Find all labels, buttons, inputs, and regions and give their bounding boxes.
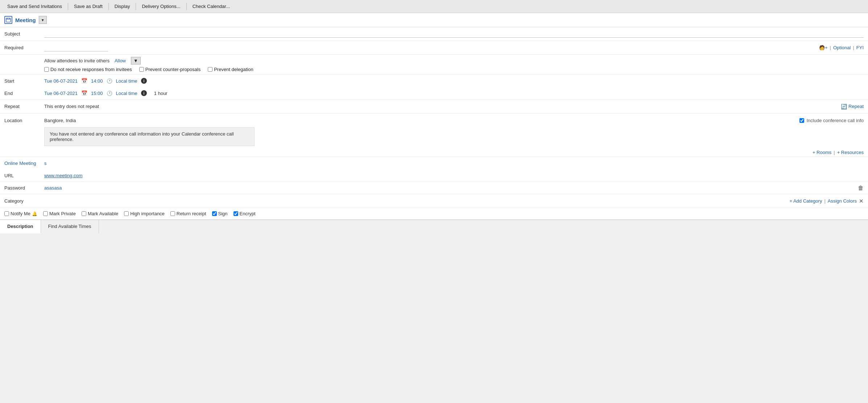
assign-colors-link[interactable]: Assign Colors [828, 198, 857, 204]
allow-link[interactable]: Allow [115, 58, 126, 63]
start-time-link[interactable]: 14:00 [91, 78, 103, 84]
end-time-link[interactable]: 15:00 [91, 91, 103, 96]
save-as-draft-button[interactable]: Save as Draft [71, 2, 106, 11]
separator2: | [853, 45, 854, 50]
end-timezone-link[interactable]: Local time [116, 91, 137, 96]
end-info-icon[interactable]: i [141, 90, 147, 96]
find-available-times-tab[interactable]: Find Available Times [41, 220, 99, 233]
duration-text: 1 hour [154, 91, 168, 96]
start-timezone-link[interactable]: Local time [116, 78, 137, 84]
subject-content [44, 30, 864, 38]
prevent-counter-checkbox[interactable] [139, 67, 144, 72]
delivery-options-button[interactable]: Delivery Options... [139, 2, 183, 11]
prevent-counter-label: Prevent counter-proposals [145, 67, 201, 72]
mark-private-item[interactable]: Mark Private [43, 211, 76, 216]
notify-me-item[interactable]: Notify Me 🔔 [4, 211, 37, 216]
repeat-link[interactable]: 🔄 Repeat [841, 104, 864, 109]
sign-item[interactable]: Sign [212, 211, 228, 216]
start-date-link[interactable]: Tue 06-07-2021 [44, 78, 78, 84]
form-container: Subject Required 🧑+ | Optional | FYI All… [0, 27, 868, 233]
end-date-link[interactable]: Tue 06-07-2021 [44, 91, 78, 96]
do-not-receive-checkbox[interactable] [44, 67, 49, 72]
required-input[interactable] [44, 44, 108, 51]
meeting-type-dropdown[interactable]: ▼ [39, 16, 47, 24]
end-label: End [4, 91, 44, 96]
repeat-icon: 🔄 [841, 104, 847, 109]
add-person-icon[interactable]: 🧑+ [819, 45, 828, 50]
bottom-tabs: Description Find Available Times [0, 220, 868, 233]
optional-link[interactable]: Optional [833, 45, 851, 50]
do-not-receive-checkbox-item[interactable]: Do not receive responses from invitees [44, 67, 132, 72]
end-calendar-icon[interactable]: 📅 [81, 90, 87, 96]
encrypt-item[interactable]: Encrypt [233, 211, 256, 216]
toolbar-separator-4 [186, 3, 187, 10]
category-separator: | [824, 198, 825, 204]
checkboxes-row: Do not receive responses from invitees P… [44, 67, 864, 72]
rooms-link[interactable]: + Rooms [813, 150, 831, 155]
start-info-icon[interactable]: i [141, 78, 147, 84]
start-label: Start [4, 78, 44, 84]
password-label: Password [4, 185, 44, 191]
high-importance-label: High importance [130, 211, 165, 216]
location-row: Location Banglore, India Include confere… [0, 113, 868, 127]
category-row: Category + Add Category | Assign Colors … [0, 194, 868, 208]
prevent-counter-checkbox-item[interactable]: Prevent counter-proposals [139, 67, 201, 72]
save-and-send-button[interactable]: Save and Send Invitations [4, 2, 65, 11]
location-label: Location [4, 118, 44, 123]
encrypt-checkbox[interactable] [233, 211, 238, 216]
meeting-title: Meeting [15, 17, 36, 23]
subject-input[interactable] [44, 30, 864, 38]
online-meeting-label[interactable]: Online Meeting [4, 161, 44, 166]
high-importance-checkbox[interactable] [124, 211, 129, 216]
meeting-header: Meeting ▼ [0, 13, 868, 27]
conference-checkbox[interactable] [799, 118, 804, 123]
allow-attendees-text: Allow attendees to invite others [44, 58, 109, 63]
online-meeting-s: s [44, 161, 47, 166]
password-value: asasasa [44, 185, 858, 191]
notify-me-checkbox[interactable] [4, 211, 9, 216]
required-row: Required 🧑+ | Optional | FYI [0, 41, 868, 55]
return-receipt-item[interactable]: Return receipt [170, 211, 206, 216]
end-clock-icon: 🕐 [107, 91, 112, 96]
sign-checkbox[interactable] [212, 211, 217, 216]
toolbar: Save and Send Invitations Save as Draft … [0, 0, 868, 13]
attendee-options-row: Allow attendees to invite others Allow ▼… [0, 55, 868, 75]
start-row: Start Tue 06-07-2021 📅 14:00 🕐 Local tim… [0, 75, 868, 87]
start-calendar-icon[interactable]: 📅 [81, 78, 87, 84]
password-row: Password asasasa 🗑 [0, 182, 868, 194]
end-row: End Tue 06-07-2021 📅 15:00 🕐 Local time … [0, 87, 868, 99]
conference-info-box: You have not entered any conference call… [44, 127, 255, 146]
resources-link[interactable]: + Resources [837, 150, 864, 155]
location-section: Location Banglore, India Include confere… [0, 113, 868, 157]
high-importance-item[interactable]: High importance [124, 211, 165, 216]
mark-available-label: Mark Available [88, 211, 118, 216]
check-calendar-button[interactable]: Check Calendar... [190, 2, 233, 11]
delete-password-icon[interactable]: 🗑 [858, 185, 864, 191]
separator1: | [830, 45, 831, 50]
prevent-delegation-label: Prevent delegation [214, 67, 253, 72]
category-label: Category [4, 198, 44, 204]
end-content: Tue 06-07-2021 📅 15:00 🕐 Local time i 1 … [44, 90, 168, 96]
required-label: Required [4, 45, 44, 50]
online-meeting-section: Online Meeting s URL www.meeting.com [0, 157, 868, 182]
fyi-link[interactable]: FYI [856, 45, 864, 50]
notify-me-label: Notify Me [11, 211, 30, 216]
prevent-delegation-checkbox[interactable] [208, 67, 212, 72]
mark-available-item[interactable]: Mark Available [82, 211, 118, 216]
description-tab[interactable]: Description [0, 220, 41, 233]
sign-label: Sign [218, 211, 228, 216]
display-button[interactable]: Display [112, 2, 133, 11]
repeat-label: Repeat [4, 104, 44, 109]
url-value[interactable]: www.meeting.com [44, 173, 82, 178]
add-category-link[interactable]: + Add Category [789, 198, 822, 204]
encrypt-label: Encrypt [240, 211, 256, 216]
rooms-resources: + Rooms | + Resources [0, 148, 868, 157]
prevent-delegation-checkbox-item[interactable]: Prevent delegation [208, 67, 253, 72]
location-value: Banglore, India [44, 118, 799, 123]
category-close-icon[interactable]: ✕ [859, 198, 864, 204]
mark-private-checkbox[interactable] [43, 211, 48, 216]
mark-available-checkbox[interactable] [82, 211, 86, 216]
required-actions: 🧑+ | Optional | FYI [819, 45, 864, 50]
return-receipt-checkbox[interactable] [170, 211, 175, 216]
allow-dropdown[interactable]: ▼ [131, 57, 141, 65]
